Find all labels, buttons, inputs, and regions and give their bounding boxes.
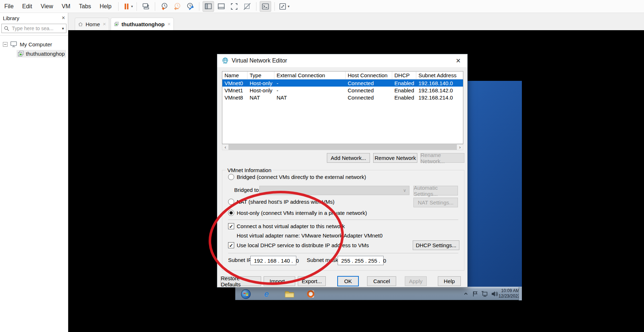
show-desktop-button[interactable] — [519, 287, 522, 300]
column-header[interactable]: DHCP — [392, 72, 416, 79]
close-tab-icon[interactable]: × — [167, 21, 171, 27]
snapshot-revert-icon — [173, 2, 181, 11]
restore-defaults-button[interactable]: Restore Defaults — [221, 276, 261, 286]
virtual-network-editor-dialog: Virtual Network Editor ✕ Name Type Exter… — [217, 54, 468, 287]
horizontal-scrollbar[interactable]: ‹ › — [222, 144, 463, 150]
search-input[interactable]: Type here to sea... ▾ — [1, 24, 66, 33]
checkbox-label: Use local DHCP service to distribute IP … — [237, 242, 369, 248]
office-app-icon[interactable] — [306, 289, 316, 299]
tab-label: Home — [85, 21, 100, 27]
close-dialog-icon[interactable]: ✕ — [454, 57, 463, 65]
column-header[interactable]: Subnet Address — [416, 72, 463, 79]
ctrl-alt-del-icon — [142, 2, 150, 11]
take-snapshot-button[interactable] — [158, 1, 170, 12]
start-button[interactable] — [240, 289, 251, 299]
network-tray-icon[interactable] — [481, 287, 488, 300]
unity-mode-button[interactable] — [241, 1, 253, 12]
volume-tray-icon[interactable] — [491, 287, 498, 300]
cell-host: Connected — [346, 94, 392, 101]
toolbar-separator — [155, 2, 155, 11]
tree-item-label: My Computer — [20, 41, 52, 47]
windows-flag-icon — [243, 292, 249, 296]
scroll-right-icon[interactable]: › — [457, 144, 463, 150]
toggle-thumbnail-bar-button[interactable] — [216, 1, 227, 12]
search-placeholder: Type here to sea... — [12, 26, 62, 31]
hostonly-radio[interactable]: Host-only (connect VMs internally in a p… — [228, 210, 367, 216]
toolbar-separator — [118, 2, 119, 11]
collapse-expander-icon[interactable] — [3, 42, 8, 47]
nat-radio[interactable]: NAT (shared host's IP address with VMs) — [228, 199, 334, 205]
dhcp-settings-button[interactable]: DHCP Settings... — [413, 240, 459, 250]
taskbar-clock[interactable]: 10:09 AM 12/23/2022 — [499, 288, 519, 299]
menu-file[interactable]: File — [0, 0, 18, 13]
subnet-ip-row: Subnet IP: — [228, 257, 253, 263]
connect-adapter-checkbox[interactable]: Connect a host virtual adapter to this n… — [228, 223, 345, 229]
menu-view[interactable]: View — [36, 0, 57, 13]
menu-edit[interactable]: Edit — [18, 0, 37, 13]
enter-fullscreen-button[interactable] — [228, 1, 240, 12]
cell-dhcp: Enabled — [392, 87, 416, 93]
column-header[interactable]: External Connection — [274, 72, 346, 79]
subnet-mask-field[interactable]: 255 . 255 . 255 . 0 — [338, 256, 384, 265]
console-view-button[interactable] — [260, 1, 271, 12]
radio-label: NAT (shared host's IP address with VMs) — [237, 199, 334, 205]
adapter-name-text: Host virtual adapter name: VMware Networ… — [237, 232, 383, 239]
ok-button[interactable]: OK — [337, 276, 359, 286]
sidebar-item-vm[interactable]: thuthuattonghop — [0, 49, 68, 58]
tab-home[interactable]: Home × — [75, 18, 109, 30]
tree-item-label: thuthuattonghop — [26, 51, 65, 57]
table-row-vmnet8[interactable]: VMnet8 NAT NAT Connected Enabled 192.168… — [222, 94, 463, 101]
table-row-vmnet0[interactable]: VMnet0 Host-only - Connected Enabled 192… — [222, 79, 463, 87]
export-button[interactable]: Export... — [298, 276, 326, 286]
action-center-icon[interactable] — [472, 287, 478, 300]
close-tab-icon[interactable]: × — [103, 21, 106, 27]
menu-vm[interactable]: VM — [57, 0, 75, 13]
dhcp-checkbox[interactable]: Use local DHCP service to distribute IP … — [228, 242, 369, 248]
help-button[interactable]: Help — [438, 276, 461, 286]
checkbox-checked-icon[interactable] — [228, 242, 234, 248]
import-button[interactable]: Import... — [264, 276, 295, 286]
scroll-left-icon[interactable]: ‹ — [222, 144, 228, 150]
close-library-icon[interactable]: × — [62, 15, 65, 21]
scrollbar-thumb[interactable] — [228, 144, 457, 150]
radio-icon[interactable] — [228, 199, 234, 205]
vm-status-icon — [17, 50, 24, 57]
menu-help[interactable]: Help — [96, 0, 116, 13]
explorer-folder-icon[interactable] — [284, 289, 295, 299]
globe-icon — [222, 57, 229, 64]
chevron-down-icon[interactable]: ▾ — [288, 4, 289, 8]
tray-show-hidden-icons[interactable] — [464, 287, 468, 300]
toggle-library-panel-button[interactable] — [203, 1, 214, 12]
power-pause-button[interactable]: ▾ — [122, 1, 133, 12]
chevron-down-icon[interactable]: ▾ — [131, 4, 133, 8]
add-network-button[interactable]: Add Network... — [327, 153, 370, 163]
office-icon — [306, 289, 316, 299]
search-dropdown-icon[interactable]: ▾ — [62, 26, 64, 31]
column-header[interactable]: Type — [247, 72, 274, 79]
clock-time: 10:09 AM — [499, 288, 519, 294]
network-icon — [481, 291, 488, 297]
remove-network-button[interactable]: Remove Network — [373, 153, 417, 163]
cancel-button[interactable]: Cancel — [367, 276, 396, 286]
column-header[interactable]: Host Connection — [346, 72, 392, 79]
internet-explorer-icon[interactable]: e — [261, 289, 272, 299]
dialog-titlebar[interactable]: Virtual Network Editor ✕ — [217, 54, 467, 67]
column-header[interactable]: Name — [222, 72, 247, 79]
sidebar-item-my-computer[interactable]: My Computer — [0, 40, 68, 49]
menu-tabs[interactable]: Tabs — [75, 0, 96, 13]
send-ctrl-alt-del-button[interactable] — [140, 1, 152, 12]
manage-snapshots-button[interactable] — [184, 1, 196, 12]
stretch-guest-display-button[interactable]: ▾ — [278, 1, 289, 12]
radio-icon[interactable] — [228, 174, 234, 180]
speaker-icon — [491, 291, 498, 297]
table-row-vmnet1[interactable]: VMnet1 Host-only - Connected Enabled 192… — [222, 87, 463, 94]
fullscreen-brackets-icon — [230, 2, 238, 11]
revert-snapshot-button[interactable] — [171, 1, 183, 12]
tab-thuthuattonghop[interactable]: thuthuattonghop × — [111, 18, 174, 30]
bridged-radio[interactable]: Bridged (connect VMs directly to the ext… — [228, 174, 366, 180]
cell-type: Host-only — [247, 87, 274, 93]
checkbox-checked-icon[interactable] — [228, 223, 234, 229]
subnet-ip-field[interactable]: 192 . 168 . 140 . 0 — [250, 256, 296, 265]
cell-dhcp: Enabled — [392, 80, 416, 86]
radio-selected-icon[interactable] — [228, 210, 234, 216]
